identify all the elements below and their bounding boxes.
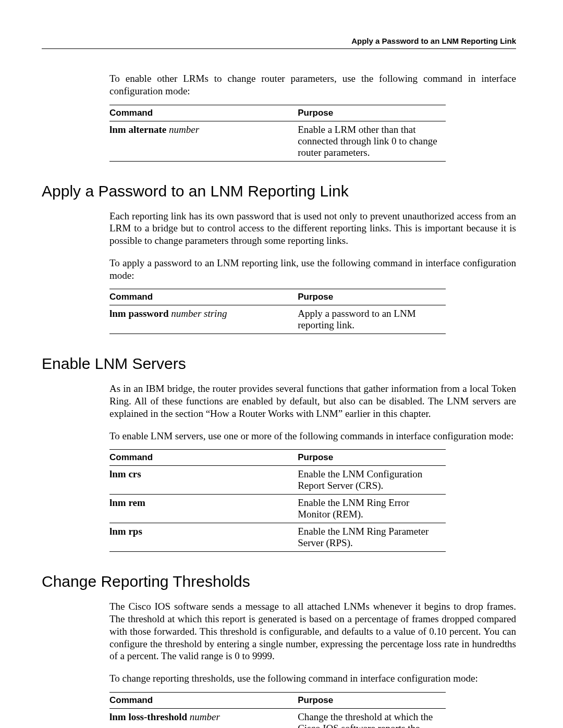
heading-enable: Enable LNM Servers (42, 355, 516, 373)
cmd-ital: number (190, 711, 220, 722)
cmd-bold: lnm password (109, 308, 169, 319)
cmd-bold: lnm rem (109, 497, 145, 508)
heading-thresholds: Change Reporting Thresholds (42, 573, 516, 590)
cmd-bold: lnm alternate (109, 124, 166, 135)
enable-para2: To enable LNM servers, use one or more o… (109, 430, 516, 442)
th-purpose: Purpose (298, 692, 446, 708)
thresholds-para2: To change reporting thresholds, use the … (109, 672, 516, 685)
intro-table: Command Purpose lnm alternate number Ena… (109, 105, 446, 162)
table-row: lnm rps Enable the LNM Ring Parameter Se… (109, 523, 446, 552)
th-purpose: Purpose (298, 289, 446, 305)
table-row: lnm loss-threshold number Change the thr… (109, 708, 446, 728)
thresholds-table: Command Purpose lnm loss-threshold numbe… (109, 692, 446, 728)
cmd-bold: lnm loss-threshold (109, 711, 187, 722)
running-header: Apply a Password to an LNM Reporting Lin… (42, 36, 516, 49)
thresholds-para1: The Cisco IOS software sends a message t… (109, 600, 516, 662)
th-command: Command (109, 450, 298, 466)
table-row: lnm alternate number Enable a LRM other … (109, 121, 446, 161)
cmd-purpose: Enable the LNM Ring Error Monitor (REM). (298, 495, 446, 523)
th-purpose: Purpose (298, 450, 446, 466)
cmd-purpose: Apply a password to an LNM reporting lin… (298, 305, 446, 334)
table-row: lnm rem Enable the LNM Ring Error Monito… (109, 495, 446, 523)
cmd-bold: lnm crs (109, 468, 141, 479)
th-command: Command (109, 289, 298, 305)
cmd-ital: number (169, 124, 199, 135)
th-command: Command (109, 105, 298, 121)
th-purpose: Purpose (298, 105, 446, 121)
cmd-ital: number string (171, 308, 227, 319)
cmd-bold: lnm rps (109, 526, 142, 537)
cmd-purpose: Enable the LNM Configuration Report Serv… (298, 466, 446, 495)
password-para1: Each reporting link has its own password… (109, 210, 516, 247)
table-row: lnm crs Enable the LNM Configuration Rep… (109, 466, 446, 495)
cmd-purpose: Enable a LRM other than that connected t… (298, 121, 446, 161)
cmd-purpose: Change the threshold at which the Cisco … (298, 708, 446, 728)
heading-password: Apply a Password to an LNM Reporting Lin… (42, 182, 516, 200)
th-command: Command (109, 692, 298, 708)
enable-para1: As in an IBM bridge, the router provides… (109, 382, 516, 419)
enable-table: Command Purpose lnm crs Enable the LNM C… (109, 449, 446, 552)
intro-paragraph: To enable other LRMs to change router pa… (109, 72, 516, 97)
cmd-purpose: Enable the LNM Ring Parameter Server (RP… (298, 523, 446, 552)
table-row: lnm password number string Apply a passw… (109, 305, 446, 334)
password-table: Command Purpose lnm password number stri… (109, 289, 446, 334)
password-para2: To apply a password to an LNM reporting … (109, 257, 516, 282)
